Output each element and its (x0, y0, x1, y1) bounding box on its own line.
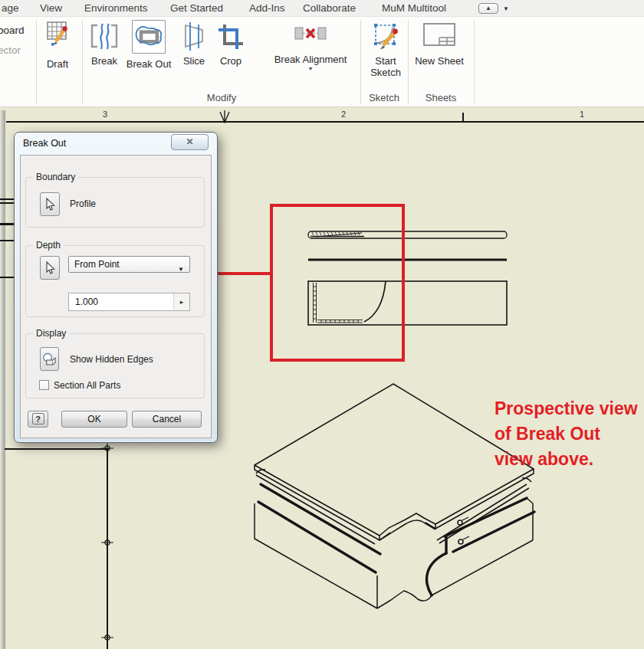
menu-item-collaborate[interactable]: Collaborate (303, 0, 356, 17)
break-out-dialog: Break Out ✕ Boundary Profile Depth From (14, 132, 218, 443)
close-button[interactable]: ✕ (171, 134, 209, 150)
tool-label: Crop (213, 55, 248, 67)
sheet-edge-strip (1, 110, 5, 649)
tool-start-sketch-button[interactable]: Start Sketch (366, 20, 406, 78)
center-mark-icon (101, 631, 113, 644)
dialog-body: Boundary Profile Depth From Point ▼ (20, 155, 212, 438)
menu-item-mum-multitool[interactable]: MuM Multitool (382, 0, 446, 17)
center-mark-icon (101, 442, 113, 454)
cursor-arrow-icon (44, 198, 55, 211)
depth-mode-dropdown[interactable]: From Point ▼ (68, 256, 190, 273)
menu-bar: age View Environments Get Started Add-In… (0, 0, 644, 17)
boundary-group-label: Boundary (33, 172, 78, 182)
depth-mode-value: From Point (74, 259, 120, 270)
display-group: Display Show Hidden Edges Section All Pa… (25, 333, 205, 398)
depth-value-wrapper: ▸ (68, 293, 190, 311)
tool-slice-button[interactable]: Slice (176, 20, 212, 67)
tool-break-out-button[interactable]: Break Out (122, 20, 176, 70)
tool-break-alignment-button[interactable]: Break Alignment ▼ (264, 20, 356, 71)
drawing-edge-line (0, 202, 15, 204)
new-sheet-icon (422, 20, 457, 51)
dialog-title: Break Out (23, 138, 66, 149)
tool-crop-button[interactable]: Crop (213, 20, 248, 67)
section-all-parts-label: Section All Parts (54, 380, 120, 391)
draft-icon (44, 20, 71, 48)
tool-label: Slice (176, 55, 212, 67)
panel-label-sheets: Sheets (408, 92, 474, 103)
hidden-edges-icon (42, 352, 57, 366)
clipped-panel-text-board: board (0, 25, 25, 36)
annotation-leader-line (216, 272, 271, 275)
break-icon (87, 20, 121, 54)
depth-group: Depth From Point ▼ ▸ (25, 245, 205, 317)
menu-item-environments[interactable]: Environments (84, 0, 148, 17)
breakout-highlight-rectangle (270, 204, 405, 362)
break-alignment-icon (293, 20, 328, 49)
tool-label: Draft (40, 58, 75, 70)
ruler-tick (462, 113, 464, 121)
tool-label: Sketch (366, 67, 406, 78)
ruler-label: 3 (100, 110, 110, 119)
cursor-arrow-icon (44, 261, 55, 275)
panel-label-sketch: Sketch (360, 92, 408, 103)
ruler (6, 121, 644, 123)
ruler-label: 1 (577, 110, 586, 119)
panel-label-modify: Modify (83, 92, 360, 103)
tool-break-button[interactable]: Break (86, 20, 123, 67)
drawing-edge-line (0, 277, 15, 278)
chevron-right-icon: ▸ (180, 298, 184, 306)
annotation-text: Prospective view of Break Out view above… (495, 396, 638, 472)
chevron-down-icon: ▼ (178, 262, 184, 277)
tool-new-sheet-button[interactable]: New Sheet (412, 20, 467, 67)
menu-item-view[interactable]: View (40, 0, 62, 17)
clipped-panel-text-ector: ector (0, 44, 21, 56)
menu-item-manage[interactable]: age (2, 0, 19, 17)
separator (474, 20, 475, 104)
show-hidden-edges-label: Show Hidden Edges (70, 354, 153, 365)
depth-group-label: Depth (33, 240, 64, 251)
tool-label: Break Alignment (264, 54, 356, 65)
profile-select-button[interactable] (40, 192, 60, 216)
tool-draft-button[interactable]: Draft (40, 20, 75, 70)
display-group-label: Display (33, 328, 69, 339)
depth-value-input[interactable] (69, 293, 173, 310)
drawing-edge-line (0, 223, 15, 225)
profile-label: Profile (70, 198, 96, 209)
depth-point-select-button[interactable] (40, 256, 60, 280)
break-out-icon (134, 22, 163, 51)
view-border-line (107, 448, 108, 649)
depth-value-flyout-button[interactable]: ▸ (173, 293, 189, 310)
boundary-group: Boundary Profile (25, 177, 205, 228)
panel-up-icon: ▲ (485, 5, 491, 11)
show-hidden-edges-button[interactable] (40, 347, 59, 371)
tool-label: Break Out (122, 58, 176, 70)
help-button[interactable]: ? (28, 411, 48, 428)
separator (36, 20, 37, 104)
chevron-down-icon: ▼ (264, 66, 356, 71)
drawing-edge-line (0, 198, 15, 200)
view-border-line (5, 448, 109, 450)
drawing-edge-line (0, 240, 15, 241)
ribbon-toggle-button[interactable]: ▲ ▼ (478, 2, 509, 15)
close-icon: ✕ (186, 136, 193, 147)
chevron-down-icon: ▼ (503, 5, 509, 12)
annotation-text-line: of Break Out (495, 421, 638, 447)
ruler-label: 2 (339, 110, 348, 119)
menu-item-get-started[interactable]: Get Started (170, 0, 223, 17)
start-sketch-icon (370, 20, 401, 54)
annotation-text-line: Prospective view (495, 396, 638, 421)
section-all-parts-checkbox[interactable] (39, 380, 49, 390)
ribbon: board ector Draft Break (0, 17, 644, 107)
cancel-button[interactable]: Cancel (132, 411, 202, 428)
tool-label: Start (366, 55, 406, 67)
tool-label: Break (86, 55, 123, 67)
center-mark-icon (101, 536, 113, 549)
ok-button[interactable]: OK (61, 411, 127, 428)
tool-label: New Sheet (412, 55, 467, 67)
annotation-text-line: view above. (495, 447, 638, 472)
slice-icon (179, 20, 209, 54)
help-icon: ? (32, 413, 44, 424)
menu-item-add-ins[interactable]: Add-Ins (249, 0, 285, 17)
ruler-center-mark-icon (219, 110, 230, 123)
crop-icon (215, 20, 246, 54)
